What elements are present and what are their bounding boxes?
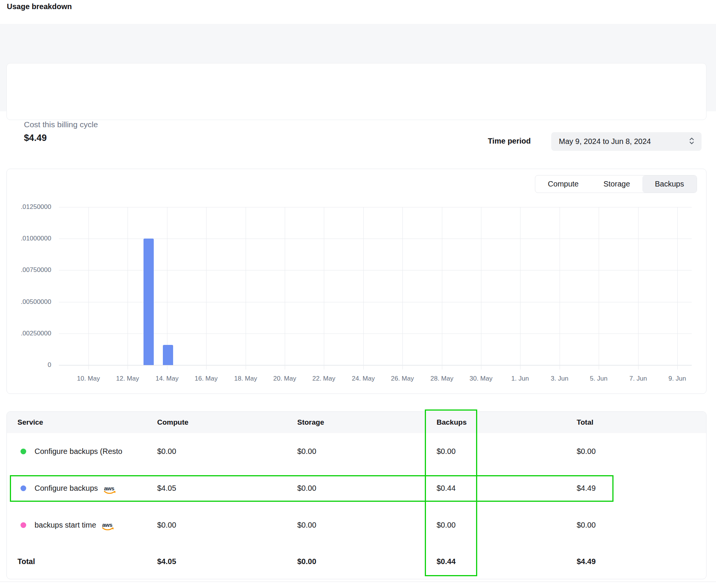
x-axis-tick-label: 12. May xyxy=(105,375,150,383)
total-value: $0.00 xyxy=(577,507,596,543)
chart-metric-tabs: ComputeStorageBackups xyxy=(535,175,697,193)
total-row-label: Total xyxy=(17,543,35,579)
cost-summary-card: Cost this billing cycle $4.49 xyxy=(6,63,707,120)
x-axis-tick-label: 5. Jun xyxy=(576,375,621,383)
v-gridline xyxy=(402,207,403,370)
backups-value: $0.00 xyxy=(437,507,456,543)
y-axis-tick-label: .00250000 xyxy=(0,329,51,338)
total-backups-value: $0.44 xyxy=(437,543,456,579)
v-gridline xyxy=(520,207,520,370)
v-gridline xyxy=(285,207,285,370)
v-gridline xyxy=(246,207,246,370)
total-total-value: $4.49 xyxy=(577,543,596,579)
h-gridline xyxy=(59,334,692,334)
updown-chevron-icon xyxy=(689,137,695,147)
service-name: Configure backups xyxy=(35,484,98,493)
x-axis-tick-label: 18. May xyxy=(223,375,268,383)
tab-backups[interactable]: Backups xyxy=(642,175,697,193)
x-axis-tick-label: 3. Jun xyxy=(537,375,582,383)
table-total-row: Total $4.05 $0.00 $0.44 $4.49 xyxy=(7,543,706,579)
service-cell: Configure backups (Resto xyxy=(21,433,122,470)
column-header-compute: Compute xyxy=(157,412,188,433)
storage-value: $0.00 xyxy=(297,433,316,470)
cost-billing-cycle-label: Cost this billing cycle xyxy=(24,120,98,129)
x-axis-tick-label: 1. Jun xyxy=(497,375,543,383)
x-axis-tick-label: 7. Jun xyxy=(615,375,661,383)
total-value: $4.49 xyxy=(577,470,596,507)
compute-value: $4.05 xyxy=(157,470,176,507)
h-gridline xyxy=(59,270,692,270)
v-gridline xyxy=(677,207,678,370)
time-period-value: May 9, 2024 to Jun 8, 2024 xyxy=(559,137,689,146)
x-axis-tick-label: 14. May xyxy=(144,375,190,383)
tab-storage[interactable]: Storage xyxy=(591,175,642,193)
total-compute-value: $4.05 xyxy=(157,543,176,579)
v-gridline xyxy=(128,207,128,370)
cost-billing-cycle-value: $4.49 xyxy=(24,133,47,143)
table-row: Configure backupsaws$4.05$0.00$0.44$4.49 xyxy=(7,470,706,507)
v-gridline xyxy=(88,207,89,370)
storage-value: $0.00 xyxy=(297,507,316,543)
h-gridline xyxy=(59,207,692,207)
service-name: Configure backups (Resto xyxy=(35,447,122,456)
x-axis-tick-label: 30. May xyxy=(458,375,504,383)
compute-value: $0.00 xyxy=(157,433,176,470)
service-cell: Configure backupsaws xyxy=(21,470,117,507)
usage-table: ServiceComputeStorageBackupsTotal Config… xyxy=(6,411,707,579)
time-period-label: Time period xyxy=(488,137,531,145)
svg-text:aws: aws xyxy=(104,485,114,492)
backups-value: $0.44 xyxy=(437,470,456,507)
v-gridline xyxy=(324,207,324,370)
y-axis-tick-label: .00500000 xyxy=(0,298,51,306)
table-header-row xyxy=(7,412,706,433)
storage-value: $0.00 xyxy=(297,470,316,507)
series-color-dot xyxy=(21,522,26,528)
table-row: backups start timeaws$0.00$0.00$0.00$0.0… xyxy=(7,507,706,543)
x-axis-tick-label: 20. May xyxy=(262,375,308,383)
y-axis-tick-label: .01250000 xyxy=(0,203,51,211)
column-header-backups: Backups xyxy=(437,412,467,433)
series-color-dot xyxy=(21,449,26,454)
y-axis-tick-label: 0 xyxy=(0,361,51,369)
x-axis-tick-label: 24. May xyxy=(341,375,386,383)
tab-compute[interactable]: Compute xyxy=(535,175,591,193)
v-gridline xyxy=(560,207,560,370)
service-name: backups start time xyxy=(35,521,96,530)
v-gridline xyxy=(638,207,639,370)
x-axis-tick-label: 28. May xyxy=(419,375,465,383)
series-color-dot xyxy=(21,485,26,491)
x-axis-tick-label: 22. May xyxy=(301,375,347,383)
x-axis-tick-label: 26. May xyxy=(380,375,425,383)
x-axis-line xyxy=(59,365,692,365)
total-value: $0.00 xyxy=(577,433,596,470)
x-axis-tick-label: 16. May xyxy=(183,375,229,383)
v-gridline xyxy=(206,207,207,370)
summary-section: Cost this billing cycle $4.49 xyxy=(0,24,716,111)
aws-logo-icon: aws xyxy=(103,485,117,495)
aws-logo-icon: aws xyxy=(101,522,115,531)
service-cell: backups start timeaws xyxy=(21,507,115,543)
column-header-total: Total xyxy=(577,412,593,433)
column-header-storage: Storage xyxy=(297,412,324,433)
usage-breakdown-page: Usage breakdown Cost this billing cycle … xyxy=(0,0,716,588)
page-bottom-divider xyxy=(0,582,716,582)
v-gridline xyxy=(481,207,481,370)
aws-logo-icon: aws xyxy=(101,522,115,531)
backups-value: $0.00 xyxy=(437,433,456,470)
bar-14May xyxy=(163,345,173,365)
page-title: Usage breakdown xyxy=(7,2,72,11)
v-gridline xyxy=(363,207,364,370)
v-gridline xyxy=(599,207,599,370)
time-period-select[interactable]: May 9, 2024 to Jun 8, 2024 xyxy=(551,132,702,151)
y-axis-tick-label: .00750000 xyxy=(0,266,51,274)
x-axis-tick-label: 10. May xyxy=(66,375,111,383)
svg-text:aws: aws xyxy=(102,522,112,528)
h-gridline xyxy=(59,239,692,239)
v-gridline xyxy=(442,207,442,370)
aws-logo-icon: aws xyxy=(103,485,117,495)
table-row: Configure backups (Resto$0.00$0.00$0.00$… xyxy=(7,433,706,470)
h-gridline xyxy=(59,302,692,302)
bar-13May xyxy=(144,239,154,365)
x-axis-tick-label: 9. Jun xyxy=(654,375,700,383)
y-axis-tick-label: .01000000 xyxy=(0,234,51,243)
